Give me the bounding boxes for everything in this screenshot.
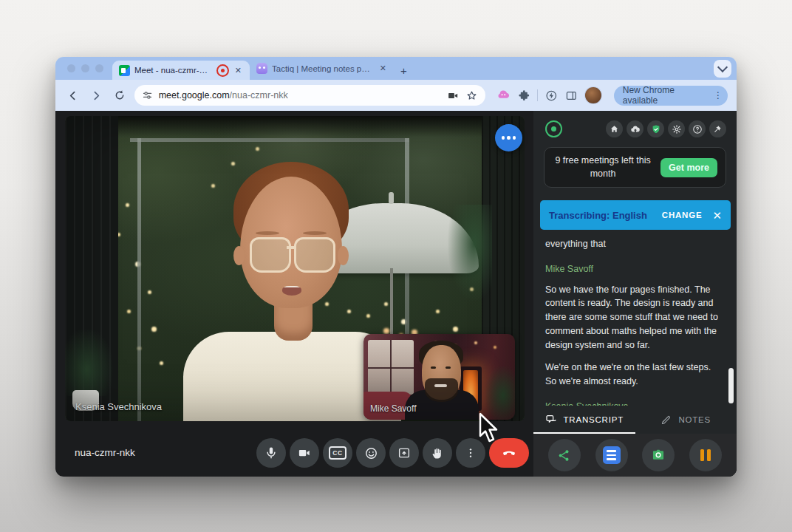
- help-button[interactable]: [689, 120, 706, 137]
- present-screen-button[interactable]: [389, 438, 419, 468]
- participant-brow: [303, 231, 327, 235]
- main-video-tile[interactable]: Ksenia Svechnikova Mike Savoff: [65, 116, 525, 421]
- close-icon[interactable]: ✕: [712, 210, 722, 221]
- plant: [65, 330, 112, 396]
- extension-badge-icon[interactable]: [545, 89, 558, 102]
- pip-participant-beard: [425, 378, 458, 402]
- desktop: { "browser": { "tabs": [ {"title": "Meet…: [0, 0, 792, 532]
- transcript-speaker: Mike Savoff: [545, 262, 722, 276]
- participant-mouth: [282, 286, 301, 296]
- meet-control-bar: nua-czmr-nkk CC: [55, 429, 533, 477]
- pin-button[interactable]: [709, 120, 726, 137]
- side-panel-icon[interactable]: [565, 89, 578, 102]
- glasses: [250, 237, 335, 271]
- browser-toolbar: meet.google.com/nua-czmr-nkk New Chrome …: [55, 80, 737, 111]
- more-options-button[interactable]: [456, 438, 485, 468]
- close-tab-icon[interactable]: ✕: [233, 66, 243, 75]
- tab-title: Tactiq | Meeting notes powe: [272, 64, 374, 73]
- camera-button[interactable]: [290, 438, 319, 468]
- chevron-down-icon: [717, 62, 728, 72]
- glass-frame: [130, 138, 409, 142]
- plant: [448, 205, 492, 301]
- url-text: meet.google.com/nua-czmr-nkk: [159, 90, 441, 100]
- home-button[interactable]: [606, 120, 623, 137]
- url-bar[interactable]: meet.google.com/nua-czmr-nkk: [134, 85, 485, 106]
- transcript-speaker: Ksenia Svechnikova: [545, 400, 722, 406]
- reload-button[interactable]: [111, 86, 129, 104]
- glass-frame: [137, 138, 141, 421]
- screenshot-button[interactable]: [642, 439, 675, 471]
- browser-menu-icon[interactable]: ⋮: [714, 90, 723, 100]
- export-doc-button[interactable]: [595, 439, 628, 471]
- camera-in-use-icon[interactable]: [447, 89, 460, 102]
- minimize-window-button[interactable]: [81, 64, 89, 72]
- sidebar-action-bar: [533, 434, 737, 477]
- tab-meet[interactable]: Meet - nua-czmr-nkk ✕: [112, 61, 250, 80]
- tab-title: Meet - nua-czmr-nkk: [134, 66, 212, 75]
- chrome-update-button[interactable]: New Chrome available ⋮: [614, 86, 728, 106]
- document-icon: [603, 446, 621, 464]
- tab-strip: Meet - nua-czmr-nkk ✕ Tactiq | Meeting n…: [55, 57, 737, 80]
- tab-label: NOTES: [678, 415, 711, 424]
- zoom-window-button[interactable]: [95, 64, 103, 72]
- bookmark-star-icon[interactable]: [465, 89, 478, 102]
- site-settings-icon[interactable]: [142, 90, 153, 101]
- participant-ear: [233, 246, 245, 265]
- window-scene: [368, 340, 414, 395]
- reactions-button[interactable]: [356, 438, 386, 468]
- meet-favicon-icon: [119, 65, 130, 76]
- meeting-code: nua-czmr-nkk: [75, 447, 135, 458]
- share-button[interactable]: [548, 439, 581, 471]
- tactiq-favicon-icon: [256, 63, 267, 74]
- tab-search-button[interactable]: [714, 60, 731, 78]
- get-more-button[interactable]: Get more: [660, 158, 717, 177]
- tab-transcript[interactable]: TRANSCRIPT: [533, 406, 635, 434]
- scrollbar-thumb[interactable]: [728, 368, 734, 403]
- close-window-button[interactable]: [67, 64, 75, 72]
- window-controls: [55, 57, 112, 80]
- transcript-text: We're on the we're on the last few steps…: [545, 361, 722, 389]
- pip-participant-eye: [431, 366, 436, 369]
- mic-button[interactable]: [256, 438, 286, 468]
- free-meetings-banner: 9 free meetings left this month Get more: [544, 147, 726, 188]
- settings-gear-button[interactable]: [668, 120, 685, 137]
- back-button[interactable]: [64, 86, 82, 104]
- meet-stage: Ksenia Svechnikova Mike Savoff: [55, 111, 533, 477]
- divider: [537, 89, 538, 101]
- change-language-button[interactable]: CHANGE: [662, 211, 703, 219]
- recording-indicator-icon: [216, 64, 229, 77]
- profile-avatar[interactable]: [584, 86, 601, 104]
- pencil-icon: [660, 415, 672, 426]
- new-tab-button[interactable]: +: [395, 64, 413, 80]
- chat-bubbles-icon: [545, 414, 557, 426]
- transcribing-bar: Transcribing: English CHANGE ✕: [540, 200, 731, 230]
- transcribing-label: Transcribing: English: [549, 210, 662, 221]
- forward-button[interactable]: [88, 86, 106, 104]
- umbrella-pole: [390, 268, 393, 336]
- end-call-button[interactable]: [489, 438, 529, 468]
- pip-video-tile[interactable]: Mike Savoff: [363, 334, 515, 420]
- tab-tactiq[interactable]: Tactiq | Meeting notes powe ✕: [250, 57, 395, 80]
- banner-message: 9 free meetings left this month: [553, 154, 653, 180]
- captions-button[interactable]: CC: [323, 438, 352, 468]
- pause-icon: [700, 449, 711, 461]
- close-tab-icon[interactable]: ✕: [378, 64, 388, 73]
- participant-brow: [256, 231, 279, 235]
- cloud-upload-button[interactable]: [627, 120, 644, 137]
- floating-chat-button[interactable]: [495, 124, 522, 151]
- transcript-text: So we have the four pages finished. The …: [545, 283, 722, 352]
- sidebar-tabs: TRANSCRIPT NOTES: [533, 406, 737, 434]
- page-content: Ksenia Svechnikova Mike Savoff: [55, 111, 737, 477]
- shield-check-icon[interactable]: [647, 120, 664, 137]
- tactiq-extension-icon[interactable]: [497, 89, 511, 101]
- raise-hand-button[interactable]: [423, 438, 452, 468]
- umbrella-finial: [389, 192, 394, 204]
- browser-window: Meet - nua-czmr-nkk ✕ Tactiq | Meeting n…: [55, 57, 737, 477]
- tactiq-sidebar: 9 free meetings left this month Get more…: [533, 111, 737, 477]
- tab-notes[interactable]: NOTES: [635, 406, 737, 434]
- plant: [485, 366, 515, 420]
- extensions-area: New Chrome available ⋮: [497, 86, 728, 106]
- participant-name-label: Ksenia Svechnikova: [75, 401, 162, 412]
- extensions-puzzle-icon[interactable]: [518, 89, 530, 102]
- pause-transcription-button[interactable]: [689, 439, 722, 471]
